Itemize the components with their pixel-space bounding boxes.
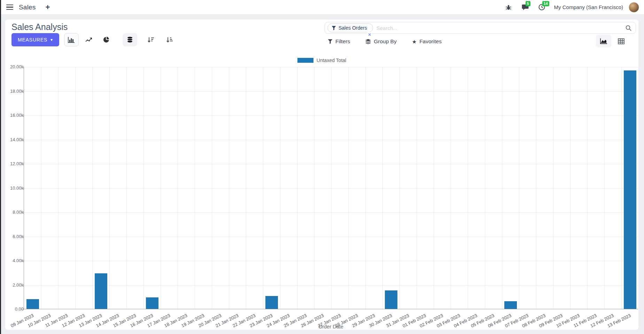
gridline-h [24, 285, 638, 286]
y-tick-mark [22, 188, 24, 189]
message-count-badge: 5 [526, 1, 530, 6]
top-navbar: Sales + 5 14 My Company (San Francisco) [0, 0, 644, 15]
gridline-v [638, 67, 639, 309]
y-tick-mark [22, 261, 24, 261]
bar[interactable] [95, 273, 107, 309]
gridline-h [24, 261, 638, 261]
y-tick-mark [22, 285, 24, 286]
app-name[interactable]: Sales [19, 3, 36, 11]
x-axis-title: Order Date [24, 324, 638, 329]
messages-menu[interactable]: 5 [521, 3, 529, 11]
gridline-h [24, 140, 638, 140]
legend-swatch [297, 58, 313, 63]
chart-legend[interactable]: Untaxed Total [5, 58, 638, 63]
debug-bug-icon[interactable] [505, 3, 512, 11]
y-axis: 0.002.00k4.00k6.00k8.00k10.00k12.00k14.0… [7, 67, 24, 309]
bar[interactable] [385, 290, 397, 309]
y-tick-mark [22, 91, 24, 92]
apps-menu-icon[interactable] [6, 5, 13, 10]
screen-edge [0, 0, 1, 334]
bug-icon [505, 4, 512, 10]
bar[interactable] [26, 299, 39, 309]
gridline-h [24, 67, 638, 67]
bar[interactable] [624, 70, 636, 309]
y-tick-mark [22, 237, 24, 237]
gridline-h [24, 212, 638, 213]
y-tick-mark [22, 140, 24, 140]
bar[interactable] [265, 296, 278, 309]
y-tick-mark [22, 164, 24, 164]
gridline-h [24, 91, 638, 92]
bar[interactable] [504, 301, 517, 309]
content-card: Sales Analysis MEASURES ▾ [5, 20, 638, 330]
gridline-h [24, 188, 638, 189]
gridline-h [24, 237, 638, 237]
bar[interactable] [146, 297, 158, 309]
activity-count-badge: 14 [542, 1, 549, 6]
plus-icon[interactable]: + [46, 3, 50, 11]
y-tick-mark [22, 212, 24, 213]
chart-area: Untaxed Total 0.002.00k4.00k6.00k8.00k10… [5, 20, 638, 330]
y-tick-mark [22, 309, 24, 310]
gridline-h [24, 164, 638, 164]
company-switcher[interactable]: My Company (San Francisco) [554, 4, 623, 10]
user-avatar[interactable] [629, 2, 639, 13]
y-tick-mark [22, 67, 24, 67]
plot-area [24, 67, 638, 309]
legend-label: Untaxed Total [317, 58, 346, 63]
y-tick-mark [22, 115, 24, 116]
activities-menu[interactable]: 14 [538, 3, 546, 11]
gridline-h [24, 115, 638, 116]
